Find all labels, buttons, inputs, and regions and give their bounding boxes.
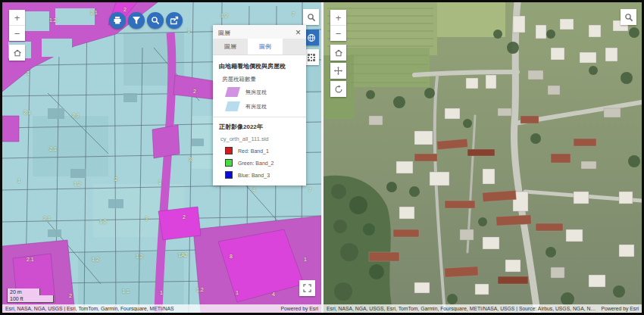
home-button[interactable] bbox=[9, 45, 25, 61]
svg-text:3: 3 bbox=[145, 216, 148, 221]
legend-class-label: 無房屋稅 bbox=[245, 89, 267, 96]
band-label: Red: Band_1 bbox=[238, 148, 269, 154]
svg-text:1: 1 bbox=[304, 257, 307, 262]
aerial-map-pane[interactable]: + − Esr bbox=[324, 2, 642, 313]
rotate-icon bbox=[334, 85, 343, 94]
has-house-tax-swatch bbox=[225, 101, 240, 111]
svg-text:2.1: 2.1 bbox=[72, 113, 80, 118]
ortho-layer-title: 正射影像2022年 bbox=[219, 123, 300, 131]
green-band-swatch bbox=[225, 159, 233, 167]
powered-by-esri: Powered by Esri bbox=[281, 306, 319, 311]
blue-band-swatch bbox=[225, 171, 233, 179]
svg-text:7: 7 bbox=[292, 11, 295, 17]
svg-text:1.2: 1.2 bbox=[99, 219, 107, 224]
search-button[interactable] bbox=[303, 9, 319, 25]
home-icon bbox=[334, 48, 343, 58]
svg-text:1.2: 1.2 bbox=[220, 13, 228, 18]
legend-panel: 圖層 × 圖層 圖例 由地籍看地價稅與房屋稅 房屋稅籍數量 無房屋稅 有房屋稅 bbox=[213, 25, 306, 186]
attribution-sources: Esri, NASA, NGA, USGS | Esri, TomTom, Ga… bbox=[5, 306, 174, 311]
svg-text:1: 1 bbox=[160, 290, 163, 295]
svg-text:4: 4 bbox=[252, 187, 255, 192]
panel-header: 圖層 × bbox=[213, 25, 306, 39]
red-band-swatch bbox=[225, 147, 233, 154]
panel-title: 圖層 bbox=[218, 29, 230, 37]
close-icon[interactable]: × bbox=[295, 28, 301, 37]
no-house-tax-swatch bbox=[225, 87, 240, 97]
zoom-in-button[interactable]: + bbox=[9, 10, 25, 26]
svg-text:1.2: 1.2 bbox=[49, 17, 57, 23]
svg-text:7: 7 bbox=[308, 187, 311, 192]
globe-icon bbox=[307, 33, 316, 42]
svg-text:3: 3 bbox=[189, 157, 192, 162]
home-button[interactable] bbox=[330, 45, 346, 61]
legend-body: 由地籍看地價稅與房屋稅 房屋稅籍數量 無房屋稅 有房屋稅 正射影像2022年 c… bbox=[213, 55, 306, 186]
svg-text:1: 1 bbox=[27, 70, 30, 76]
fullscreen-button[interactable] bbox=[299, 280, 315, 296]
search-icon bbox=[624, 13, 633, 22]
svg-text:1A2: 1A2 bbox=[178, 252, 188, 257]
app-window: 111.22.121.211.2471.222.12.12.111.22132.… bbox=[0, 0, 644, 315]
svg-text:2.1: 2.1 bbox=[27, 257, 34, 262]
aerial-map-canvas[interactable] bbox=[324, 2, 642, 313]
band-row: Blue: Band_3 bbox=[225, 171, 300, 179]
legend-class-label: 有房屋稅 bbox=[245, 103, 267, 111]
svg-text:1.2: 1.2 bbox=[92, 257, 99, 262]
pan-button[interactable] bbox=[330, 63, 346, 79]
fullscreen-icon bbox=[303, 284, 311, 292]
svg-text:1.1: 1.1 bbox=[122, 288, 130, 294]
zoom-out-button[interactable]: − bbox=[330, 26, 346, 41]
svg-text:2: 2 bbox=[183, 214, 186, 220]
zoom-widget: + − bbox=[9, 10, 25, 41]
powered-by-esri: Powered by Esri bbox=[602, 306, 639, 311]
print-button[interactable] bbox=[109, 12, 126, 29]
svg-text:2.1: 2.1 bbox=[49, 146, 57, 151]
svg-text:1: 1 bbox=[158, 179, 161, 185]
filter-button[interactable] bbox=[128, 12, 145, 29]
band-row: Green: Band_2 bbox=[225, 159, 300, 167]
svg-text:2: 2 bbox=[123, 7, 127, 12]
scalebar-metric: 20 m bbox=[7, 288, 40, 295]
zoom-widget: + − bbox=[330, 10, 346, 41]
filter-icon bbox=[132, 16, 141, 25]
share-icon bbox=[170, 16, 179, 25]
svg-text:2: 2 bbox=[69, 293, 72, 298]
print-icon bbox=[113, 16, 122, 25]
legend-group-title: 房屋稅籍數量 bbox=[222, 76, 300, 83]
map-search-button[interactable] bbox=[147, 12, 164, 29]
svg-text:1.2: 1.2 bbox=[136, 254, 143, 259]
share-button[interactable] bbox=[166, 12, 183, 29]
svg-text:4: 4 bbox=[272, 292, 275, 297]
svg-text:2: 2 bbox=[114, 176, 117, 182]
band-row: Red: Band_1 bbox=[225, 147, 300, 154]
cadastral-map-pane[interactable]: 111.22.121.211.2471.222.12.12.111.22132.… bbox=[2, 2, 321, 313]
svg-text:1: 1 bbox=[17, 178, 20, 183]
scalebar-imperial: 100 ft bbox=[7, 295, 54, 303]
divider bbox=[213, 117, 306, 117]
attribution-sources: Esri, NASA, NGA, USGS, Esri, TomTom, Gar… bbox=[327, 306, 597, 311]
attribution-bar: Esri, NASA, NGA, USGS, Esri, TomTom, Gar… bbox=[324, 304, 642, 313]
legend-class-row: 有房屋稅 bbox=[225, 101, 300, 111]
panel-tabs: 圖層 圖例 bbox=[213, 39, 306, 55]
svg-text:2.1: 2.1 bbox=[23, 110, 31, 115]
svg-text:1: 1 bbox=[187, 28, 190, 33]
band-label: Green: Band_2 bbox=[238, 161, 274, 166]
attribution-bar: Esri, NASA, NGA, USGS | Esri, TomTom, Ga… bbox=[2, 304, 321, 313]
home-icon bbox=[13, 48, 22, 58]
tab-legend[interactable]: 圖例 bbox=[248, 39, 283, 55]
svg-text:8: 8 bbox=[230, 254, 233, 259]
pan-icon bbox=[333, 66, 343, 76]
search-button[interactable] bbox=[621, 9, 636, 25]
zoom-out-button[interactable]: − bbox=[9, 26, 25, 41]
svg-text:2: 2 bbox=[193, 89, 196, 94]
legend-map-title: 由地籍看地價稅與房屋稅 bbox=[219, 62, 300, 70]
svg-text:1.2: 1.2 bbox=[196, 287, 204, 292]
band-label: Blue: Band_3 bbox=[238, 173, 270, 178]
ortho-file-name: cy_orth_all_111.sid bbox=[220, 136, 300, 142]
tab-layers[interactable]: 圖層 bbox=[213, 39, 248, 55]
search-icon bbox=[307, 13, 316, 22]
search-icon bbox=[151, 16, 160, 25]
rotate-button[interactable] bbox=[330, 81, 346, 97]
svg-text:1.2: 1.2 bbox=[73, 181, 81, 186]
svg-text:2.1: 2.1 bbox=[90, 10, 98, 15]
zoom-in-button[interactable]: + bbox=[330, 10, 346, 26]
